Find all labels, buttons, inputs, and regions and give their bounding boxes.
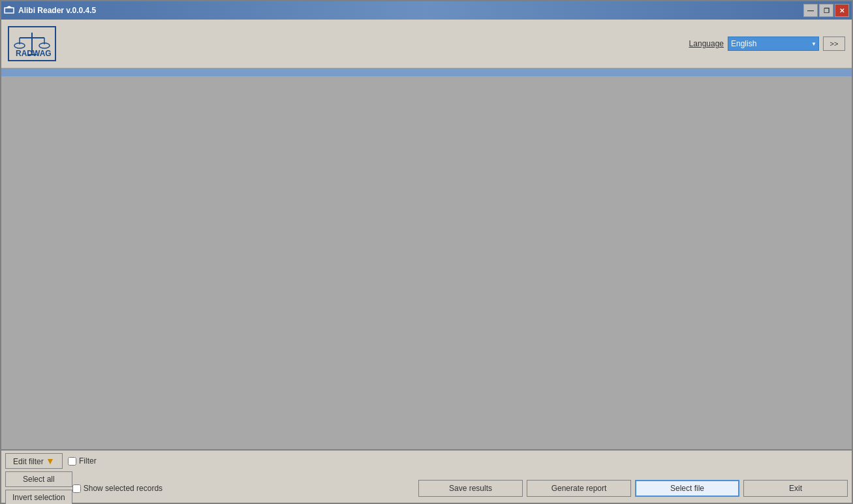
logo-area: RADWAG — [8, 26, 56, 61]
app-icon — [4, 5, 14, 16]
blue-separator-bar — [1, 68, 852, 76]
invert-selection-button[interactable]: Invert selection — [5, 490, 72, 504]
svg-marker-1 — [5, 6, 13, 8]
minimize-button[interactable]: — — [803, 4, 818, 17]
bottom-row-top: Edit filter ▼ Filter — [5, 453, 848, 469]
exit-button[interactable]: Exit — [743, 480, 848, 497]
language-select-wrapper[interactable]: English — [728, 37, 819, 51]
select-file-button[interactable]: Select file — [635, 480, 739, 497]
restore-button[interactable]: ❐ — [819, 4, 833, 17]
filter-label-text: Filter — [79, 456, 97, 466]
language-label: Language — [689, 39, 724, 48]
show-selected-checkbox-label[interactable]: Show selected records — [72, 484, 163, 493]
svg-rect-0 — [5, 8, 14, 13]
save-results-button[interactable]: Save results — [418, 480, 523, 497]
header-bar: RADWAG Language English >> — [1, 20, 852, 68]
select-all-button[interactable]: Select all — [5, 471, 72, 487]
show-selected-text: Show selected records — [84, 484, 163, 493]
main-content-area — [1, 76, 852, 449]
logo-box: RADWAG — [8, 26, 56, 61]
filter-checkbox[interactable] — [68, 457, 76, 466]
title-bar-left: Alibi Reader v.0.0.4.5 — [4, 5, 96, 16]
edit-filter-button[interactable]: Edit filter ▼ — [5, 453, 63, 469]
show-selected-checkbox[interactable] — [72, 484, 81, 493]
filter-icon: ▼ — [46, 456, 55, 466]
title-bar-buttons: — ❐ ✕ — [803, 4, 849, 17]
show-selected-area: Show selected records — [72, 484, 163, 493]
close-button[interactable]: ✕ — [835, 4, 849, 17]
title-bar: Alibi Reader v.0.0.4.5 — ❐ ✕ — [1, 1, 852, 20]
radwag-logo: RADWAG — [13, 30, 51, 57]
svg-text:RADWAG: RADWAG — [16, 49, 51, 57]
main-action-buttons: Save results Generate report Select file… — [418, 480, 848, 497]
bottom-row-main: Select all Invert selection Show selecte… — [5, 471, 848, 504]
main-window: Alibi Reader v.0.0.4.5 — ❐ ✕ — [0, 0, 853, 504]
bottom-bar: Edit filter ▼ Filter Select all Invert s… — [1, 449, 852, 503]
generate-report-button[interactable]: Generate report — [527, 480, 631, 497]
language-area: Language English >> — [689, 37, 845, 51]
nav-forward-button[interactable]: >> — [823, 37, 845, 51]
language-select[interactable]: English — [728, 37, 819, 51]
left-button-group: Select all Invert selection — [5, 471, 72, 504]
window-title: Alibi Reader v.0.0.4.5 — [18, 6, 96, 15]
filter-checkbox-label[interactable]: Filter — [68, 456, 97, 466]
